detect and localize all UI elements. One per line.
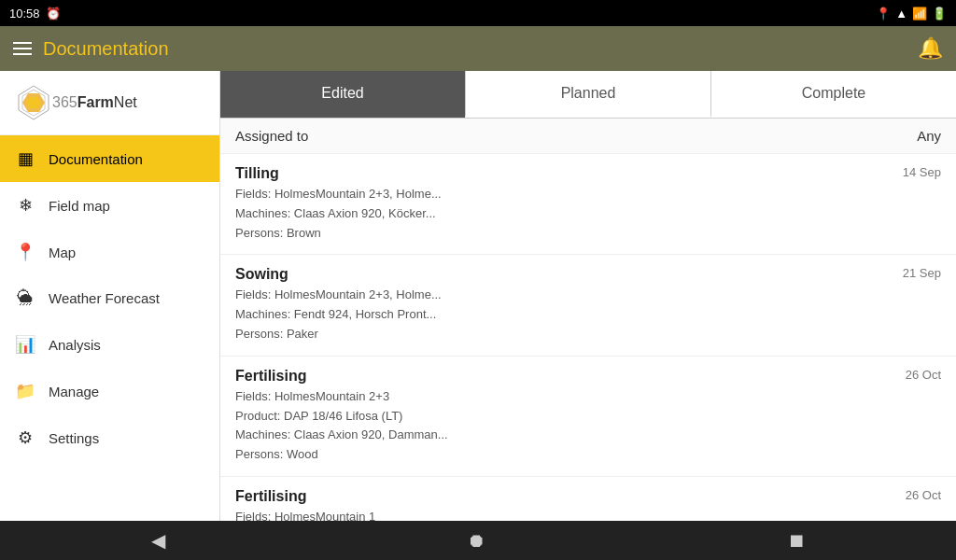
sidebar-item-analysis[interactable]: 📊 Analysis xyxy=(0,321,219,368)
task-list: Tilling 14 Sep Fields: HolmesMountain 2+… xyxy=(220,154,956,521)
task-detail-1: Fields: HolmesMountain 2+3, Holme... Mac… xyxy=(235,286,941,343)
logo-365: 365 xyxy=(52,94,77,110)
task-date: 21 Sep xyxy=(903,266,941,280)
status-alarm-icon: ⏰ xyxy=(46,7,61,21)
task-title: Fertilising xyxy=(235,488,306,505)
tab-planned[interactable]: Planned xyxy=(465,71,710,118)
sidebar-item-label-manage: Manage xyxy=(49,384,99,399)
assigned-row[interactable]: Assigned to Any xyxy=(220,119,956,154)
logo-text: 365FarmNet xyxy=(52,94,137,111)
task-title: Sowing xyxy=(235,266,288,283)
sidebar-item-label-analysis: Analysis xyxy=(49,337,101,353)
task-detail-2: Fields: HolmesMountain 2+3 Product: DAP … xyxy=(235,387,941,465)
sidebar-logo: 365FarmNet xyxy=(0,71,219,135)
status-bar: 10:58 ⏰ 📍 ▲ 📶 🔋 xyxy=(0,0,956,26)
signal-icon: ▲ xyxy=(895,7,907,21)
bottom-nav: ◀ ⏺ ⏹ xyxy=(0,521,956,560)
top-nav: Documentation 🔔 xyxy=(0,26,956,71)
sidebar-item-label-fieldmap: Field map xyxy=(49,198,110,214)
task-header: Fertilising 26 Oct xyxy=(235,368,941,385)
task-detail-0: Fields: HolmesMountain 2+3, Holme... Mac… xyxy=(235,185,941,243)
app-title: Documentation xyxy=(43,38,169,60)
analysis-icon: 📊 xyxy=(15,334,35,355)
battery-icon: 🔋 xyxy=(932,7,947,21)
main-layout: 365FarmNet ▦ Documentation ❄ Field map 📍… xyxy=(0,71,956,521)
task-title: Tilling xyxy=(235,165,279,182)
logo-farm: Farm xyxy=(77,94,114,110)
sidebar-item-label-settings: Settings xyxy=(49,430,99,446)
fieldmap-icon: ❄ xyxy=(15,195,35,216)
task-item-tilling[interactable]: Tilling 14 Sep Fields: HolmesMountain 2+… xyxy=(220,154,956,255)
task-header: Fertilising 26 Oct xyxy=(235,488,941,505)
task-date: 26 Oct xyxy=(906,368,941,382)
task-item-fertilising-2[interactable]: Fertilising 26 Oct Fields: HolmesMountai… xyxy=(220,477,956,521)
sidebar-item-map[interactable]: 📍 Map xyxy=(0,229,219,275)
notification-icon[interactable]: 🔔 xyxy=(918,36,943,61)
sidebar-item-fieldmap[interactable]: ❄ Field map xyxy=(0,182,219,229)
logo-svg xyxy=(15,84,52,121)
back-button[interactable]: ◀ xyxy=(123,524,193,557)
task-item-sowing[interactable]: Sowing 21 Sep Fields: HolmesMountain 2+3… xyxy=(220,255,956,356)
status-time: 10:58 xyxy=(9,7,40,21)
sidebar-item-manage[interactable]: 📁 Manage xyxy=(0,368,219,414)
sidebar: 365FarmNet ▦ Documentation ❄ Field map 📍… xyxy=(0,71,220,521)
task-header: Tilling 14 Sep xyxy=(235,165,941,182)
tab-complete[interactable]: Complete xyxy=(710,71,956,118)
task-date: 26 Oct xyxy=(906,488,941,502)
home-button[interactable]: ⏺ xyxy=(439,525,513,557)
settings-icon: ⚙ xyxy=(15,427,35,448)
logo-net: Net xyxy=(114,94,137,110)
tabs: Edited Planned Complete xyxy=(220,71,956,119)
tab-edited[interactable]: Edited xyxy=(220,71,465,118)
task-detail-3: Fields: HolmesMountain 1 xyxy=(235,508,941,521)
content-area: Edited Planned Complete Assigned to Any … xyxy=(220,71,956,521)
sidebar-item-weather[interactable]: 🌦 Weather Forecast xyxy=(0,275,219,321)
sidebar-item-documentation[interactable]: ▦ Documentation xyxy=(0,135,219,182)
task-date: 14 Sep xyxy=(903,165,941,179)
sidebar-item-label-weather: Weather Forecast xyxy=(49,290,160,306)
status-icons: 📍 ▲ 📶 🔋 xyxy=(876,7,947,21)
assigned-label: Assigned to xyxy=(235,128,308,144)
task-item-fertilising-1[interactable]: Fertilising 26 Oct Fields: HolmesMountai… xyxy=(220,357,956,477)
assigned-value: Any xyxy=(917,128,941,144)
sidebar-item-label-documentation: Documentation xyxy=(49,151,143,167)
weather-icon: 🌦 xyxy=(15,288,35,308)
sidebar-item-label-map: Map xyxy=(49,245,76,260)
wifi-icon: 📶 xyxy=(912,7,927,21)
documentation-icon: ▦ xyxy=(15,148,35,169)
task-header: Sowing 21 Sep xyxy=(235,266,941,283)
task-title: Fertilising xyxy=(235,368,306,385)
location-icon: 📍 xyxy=(876,7,891,21)
recent-button[interactable]: ⏹ xyxy=(759,525,834,557)
hamburger-menu[interactable] xyxy=(13,42,32,55)
manage-icon: 📁 xyxy=(15,381,35,401)
sidebar-item-settings[interactable]: ⚙ Settings xyxy=(0,414,219,461)
map-icon: 📍 xyxy=(15,242,35,262)
